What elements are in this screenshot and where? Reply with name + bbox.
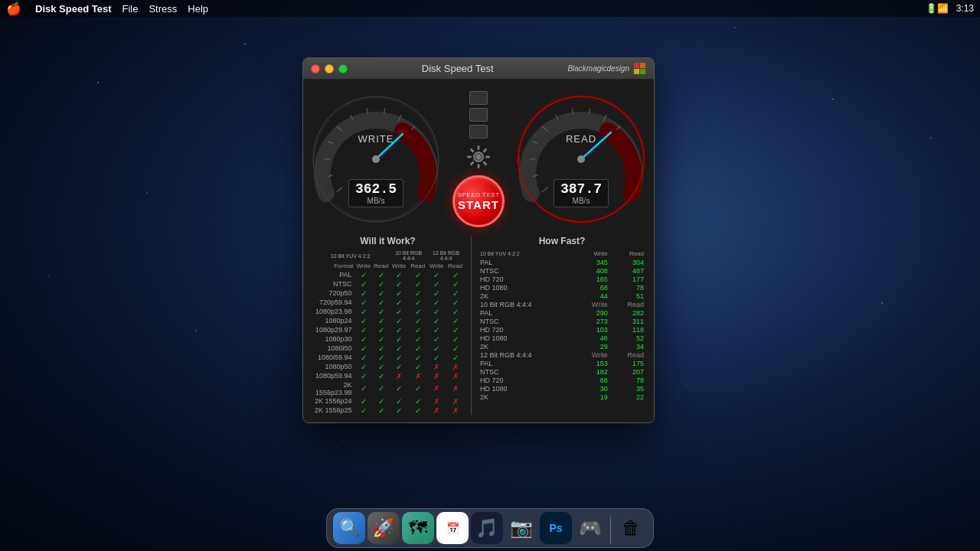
- rgb12-write-header: Write: [427, 262, 446, 270]
- write-value-box: 362.5 MB/s: [348, 179, 403, 207]
- list-item: HD 1080 6878: [478, 283, 646, 292]
- dock-trash[interactable]: 🗑: [615, 512, 647, 544]
- list-item: PAL 153175: [478, 359, 646, 367]
- svg-line-26: [542, 187, 548, 192]
- list-item: 10 Bit RGB 4:4:4 WriteRead: [478, 300, 646, 308]
- list-item: PAL 290282: [478, 308, 646, 317]
- yuv-read-header: Read: [372, 262, 390, 270]
- app-menu-name[interactable]: Disk Speed Test: [35, 3, 111, 15]
- format-col-header: Format: [311, 262, 355, 270]
- gauges-section: WRITE 362.5 MB/s: [311, 87, 646, 231]
- rgb12-read-header: Read: [446, 262, 465, 270]
- dock-launchpad[interactable]: 🚀: [368, 512, 400, 544]
- svg-line-1: [337, 187, 343, 192]
- dock-photos[interactable]: 📷: [505, 512, 537, 544]
- how-fast-panel: How Fast? 10 Bit YUV 4:2:2 Write Read PA…: [478, 236, 646, 415]
- titlebar-logo-area: Blackmagicdesign: [567, 63, 646, 75]
- read-label: READ: [566, 133, 596, 145]
- table-row: 720p50 ✓✓ ✓✓ ✓✓: [311, 289, 465, 298]
- logo-text: Blackmagicdesign: [567, 64, 629, 73]
- start-button[interactable]: SPEED TEST START: [452, 175, 505, 227]
- apple-menu[interactable]: 🍎: [6, 2, 21, 16]
- settings-icon[interactable]: [465, 143, 492, 171]
- table-row: 1080p30 ✓✓ ✓✓ ✓✓: [311, 334, 465, 344]
- format-box-2: [469, 108, 488, 122]
- how-fast-table: 10 Bit YUV 4:2:2 Write Read PAL 345304 N…: [478, 249, 646, 401]
- rgb12-header: 12 Bit RGB 4:4:4: [427, 249, 465, 262]
- dock: 🔍 🚀 🗺 📅 🎵 📷 Ps 🎮 🗑: [326, 508, 654, 548]
- close-button[interactable]: [311, 64, 320, 73]
- center-panel: SPEED TEST START: [448, 91, 509, 227]
- logo-squares: [634, 63, 646, 75]
- list-item: NTSC 273311: [478, 317, 646, 325]
- svg-rect-21: [467, 156, 472, 158]
- write-value: 362.5: [355, 181, 397, 197]
- table-row: 1080p59.94 ✓✓ ✗✗ ✗✗: [311, 371, 465, 380]
- rgb10-write-header: Write: [390, 262, 408, 270]
- check-cell: ✓: [446, 270, 465, 279]
- table-row: 720p59.94 ✓✓ ✓✓ ✓✓: [311, 298, 465, 307]
- svg-rect-19: [478, 164, 480, 168]
- menu-stress[interactable]: Stress: [149, 3, 177, 15]
- data-section: Will it Work? 10 Bit YUV 4:2:2 10 Bit RG…: [311, 236, 646, 415]
- start-main-label: START: [458, 198, 499, 211]
- svg-point-24: [476, 155, 481, 159]
- rgb10-read-header: Read: [408, 262, 427, 270]
- logo-sq-2: [640, 63, 645, 68]
- table-row: 1080p23.98 ✓✓ ✓✓ ✓✓: [311, 307, 465, 316]
- table-row: 1080i59.94 ✓✓ ✓✓ ✓✓: [311, 353, 465, 362]
- window-title: Disk Speed Test: [348, 63, 567, 74]
- svg-rect-16: [482, 148, 487, 152]
- write-gauge: WRITE 362.5 MB/s: [311, 94, 441, 224]
- dock-app2[interactable]: 🎮: [574, 512, 606, 544]
- logo-sq-1: [634, 63, 639, 68]
- list-item: 2K 2934: [478, 342, 646, 350]
- list-item: 2K 4451: [478, 292, 646, 300]
- how-fast-title: How Fast?: [478, 236, 646, 246]
- svg-rect-18: [482, 161, 487, 165]
- dock-finder[interactable]: 🔍: [333, 512, 365, 544]
- check-cell: ✓: [372, 270, 390, 279]
- svg-point-12: [372, 155, 380, 163]
- maximize-button[interactable]: [338, 64, 348, 73]
- rgb444-header: 10 Bit RGB 4:4:4: [390, 249, 427, 262]
- dock-photoshop[interactable]: Ps: [540, 512, 572, 544]
- read-gauge: READ 387.7 MB/s: [516, 94, 646, 224]
- table-row: 2K 1556p25 ✓✓ ✓✓ ✗✗: [311, 406, 465, 415]
- table-row: NTSC ✓✓ ✓✓ ✓✓: [311, 279, 465, 289]
- logo-sq-3: [634, 69, 639, 74]
- yuv-write-header: Write: [355, 262, 373, 270]
- window-controls[interactable]: [311, 64, 348, 73]
- dock-music[interactable]: 🎵: [471, 512, 503, 544]
- menu-file[interactable]: File: [122, 3, 138, 15]
- format-box-3: [469, 125, 488, 139]
- svg-point-37: [577, 155, 585, 163]
- check-cell: ✓: [390, 270, 408, 279]
- svg-rect-17: [485, 156, 490, 158]
- list-item: NTSC 408487: [478, 266, 646, 275]
- check-cell: ✓: [355, 270, 373, 279]
- dock-maps[interactable]: 🗺: [402, 512, 434, 544]
- read-value-box: 387.7 MB/s: [554, 179, 609, 207]
- dock-separator: [610, 517, 611, 544]
- menubar: 🍎 Disk Speed Test File Stress Help 🔋📶 3:…: [0, 0, 980, 17]
- table-row: 1080p24 ✓✓ ✓✓ ✓✓: [311, 316, 465, 325]
- list-item: HD 720 6878: [478, 376, 646, 384]
- format-box-1: [469, 91, 488, 105]
- dock-calendar[interactable]: 📅: [436, 512, 469, 544]
- check-cell: ✓: [427, 270, 446, 279]
- list-item: 12 Bit RGB 4:4:4 WriteRead: [478, 350, 646, 359]
- svg-rect-22: [469, 148, 474, 152]
- table-row: 1080i50 ✓✓ ✓✓ ✓✓: [311, 344, 465, 353]
- table-row: 1080p50 ✓✓ ✓✓ ✗✗: [311, 362, 465, 371]
- minimize-button[interactable]: [325, 64, 334, 73]
- yuv422-hf-header: 10 Bit YUV 4:2:2: [478, 249, 575, 258]
- will-it-work-panel: Will it Work? 10 Bit YUV 4:2:2 10 Bit RG…: [311, 236, 465, 415]
- app-content: WRITE 362.5 MB/s: [303, 80, 654, 422]
- list-item: HD 720 103118: [478, 325, 646, 334]
- read-hf-header: Read: [610, 249, 646, 258]
- app-window: Disk Speed Test Blackmagicdesign: [302, 57, 655, 423]
- menu-help[interactable]: Help: [188, 3, 208, 15]
- svg-rect-20: [469, 161, 474, 165]
- list-item: 2K 1922: [478, 393, 646, 401]
